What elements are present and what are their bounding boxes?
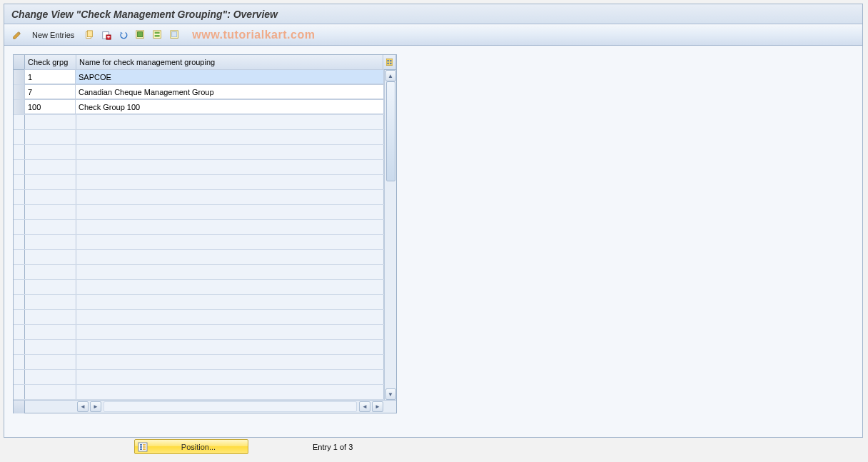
table-row[interactable] [14,370,384,385]
cell-name[interactable] [76,175,384,189]
cell-check-grpg[interactable] [25,130,76,144]
cell-name[interactable] [76,235,384,249]
position-button[interactable]: Position... [134,439,248,454]
cell-check-grpg[interactable] [25,385,76,399]
vertical-scroll-thumb[interactable] [386,81,395,181]
delete-icon[interactable] [99,28,113,42]
toggle-change-icon[interactable] [10,28,24,42]
cell-name[interactable] [76,160,384,174]
select-block-icon[interactable] [151,28,165,42]
cell-name[interactable]: SAPCOE [75,69,384,84]
table-row[interactable] [14,130,384,145]
row-selector[interactable] [14,190,25,204]
cell-check-grpg[interactable] [25,190,76,204]
cell-check-grpg[interactable] [25,175,76,189]
cell-check-grpg[interactable] [25,310,76,324]
cell-check-grpg[interactable] [25,220,76,234]
row-selector[interactable] [14,70,25,84]
scroll-up-icon[interactable]: ▲ [385,70,396,81]
scroll-down-icon[interactable]: ▼ [385,388,396,400]
deselect-all-icon[interactable] [168,28,182,42]
table-row[interactable] [14,280,384,295]
cell-check-grpg[interactable] [25,355,76,369]
vertical-scroll-track[interactable] [385,81,396,388]
cell-name[interactable] [76,145,384,159]
table-row[interactable] [14,265,384,280]
table-row[interactable] [14,250,384,265]
table-row[interactable]: 1SAPCOE [14,70,384,85]
table-row[interactable] [14,175,384,190]
new-entries-button[interactable]: New Entries [27,28,79,42]
cell-name[interactable] [76,280,384,294]
table-row[interactable] [14,190,384,205]
row-selector[interactable] [14,295,25,309]
scroll-left-end-icon[interactable]: ◄ [359,401,370,412]
table-row[interactable] [14,205,384,220]
row-selector[interactable] [14,370,25,384]
cell-name[interactable] [76,385,384,399]
scroll-right-icon[interactable]: ► [90,401,101,412]
cell-check-grpg[interactable] [25,325,76,339]
cell-check-grpg[interactable]: 100 [24,99,76,114]
vertical-scrollbar[interactable]: ▲ ▼ [384,70,396,400]
table-row[interactable] [14,385,384,400]
cell-name[interactable] [76,190,384,204]
copy-as-icon[interactable] [82,28,96,42]
cell-name[interactable] [76,220,384,234]
horizontal-scrollbar[interactable]: ◄ ► ◄ ► [14,400,396,413]
row-selector[interactable] [14,205,25,219]
table-row[interactable]: 7Canadian Cheque Management Group [14,85,384,100]
row-selector[interactable] [14,145,25,159]
cell-check-grpg[interactable] [25,370,76,384]
row-selector[interactable] [14,325,25,339]
cell-check-grpg[interactable] [25,115,76,129]
cell-check-grpg[interactable] [25,160,76,174]
scroll-right-end-icon[interactable]: ► [372,401,383,412]
select-all-icon[interactable] [133,28,148,42]
cell-name[interactable] [76,355,384,369]
cell-name[interactable] [76,370,384,384]
cell-name[interactable] [76,265,384,279]
scroll-left-icon[interactable]: ◄ [77,401,89,412]
row-selector[interactable] [14,220,25,234]
table-row[interactable] [14,355,384,370]
select-all-column-header[interactable] [14,55,25,69]
cell-name[interactable]: Canadian Cheque Management Group [75,84,384,99]
cell-name[interactable] [76,250,384,264]
table-row[interactable] [14,325,384,340]
table-row[interactable] [14,295,384,310]
cell-check-grpg[interactable] [25,145,76,159]
cell-name[interactable] [76,130,384,144]
row-selector[interactable] [14,85,25,99]
cell-name[interactable] [76,205,384,219]
table-row[interactable] [14,235,384,250]
cell-name[interactable] [76,340,384,354]
cell-check-grpg[interactable] [25,250,76,264]
table-row[interactable] [14,340,384,355]
table-row[interactable] [14,115,384,130]
table-row[interactable] [14,220,384,235]
cell-check-grpg[interactable]: 7 [24,84,76,99]
row-selector[interactable] [14,175,25,189]
table-row[interactable] [14,160,384,175]
row-selector[interactable] [14,340,25,354]
cell-check-grpg[interactable] [25,340,76,354]
cell-name[interactable] [76,115,384,129]
row-selector[interactable] [14,355,25,369]
cell-name[interactable]: Check Group 100 [75,99,384,114]
column-header-name[interactable]: Name for check management grouping [76,55,383,69]
cell-check-grpg[interactable] [25,205,76,219]
cell-check-grpg[interactable] [25,265,76,279]
row-selector[interactable] [14,385,25,399]
row-selector[interactable] [14,265,25,279]
cell-name[interactable] [76,295,384,309]
row-selector[interactable] [14,160,25,174]
cell-name[interactable] [76,310,384,324]
row-selector[interactable] [14,115,25,129]
row-selector[interactable] [14,280,25,294]
cell-check-grpg[interactable] [25,295,76,309]
row-selector[interactable] [14,250,25,264]
table-row[interactable] [14,310,384,325]
table-row[interactable] [14,145,384,160]
table-row[interactable]: 100Check Group 100 [14,100,384,115]
